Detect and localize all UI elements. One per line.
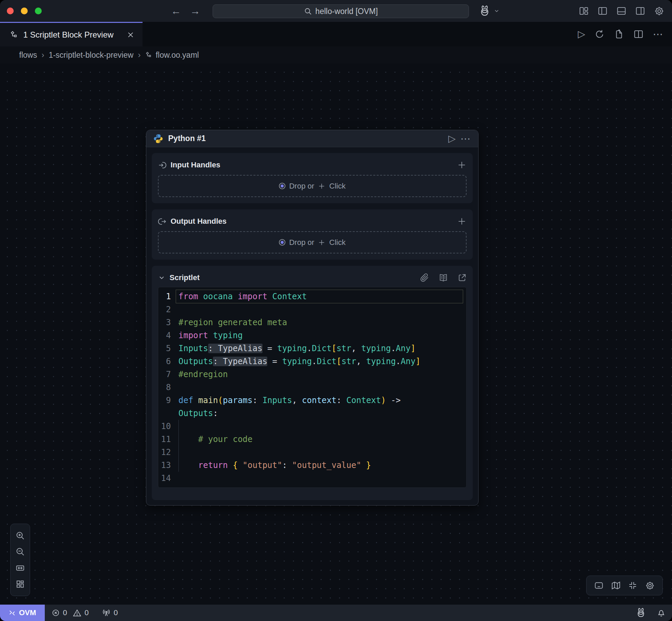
line-number: 4 bbox=[158, 329, 176, 342]
toggle-sidebar-right-icon[interactable] bbox=[635, 6, 645, 16]
node-python-1[interactable]: Python #1 ▷ ⋯ Input Handles bbox=[146, 130, 479, 506]
canvas-view-toolbar bbox=[586, 576, 663, 595]
minimap-icon[interactable] bbox=[611, 581, 621, 590]
back-arrow-icon[interactable]: ← bbox=[171, 5, 181, 17]
line-number bbox=[158, 407, 176, 420]
code-line[interactable]: 6Outputs: TypeAlias = typing.Dict[str, t… bbox=[158, 355, 466, 368]
tab-scriptlet-block-preview[interactable]: 1 Scriptlet Block Preview bbox=[0, 22, 143, 46]
line-number: 3 bbox=[158, 316, 176, 329]
output-dropzone[interactable]: Drop or Click bbox=[158, 231, 467, 253]
maximize-window-button[interactable] bbox=[35, 8, 42, 14]
canvas-zoom-toolbar bbox=[10, 524, 30, 596]
code-line[interactable]: 9def main(params: Inputs, context: Conte… bbox=[158, 394, 466, 407]
code-line[interactable]: 14 bbox=[158, 472, 466, 485]
docs-book-icon[interactable] bbox=[439, 273, 448, 282]
flow-canvas[interactable]: Python #1 ▷ ⋯ Input Handles bbox=[0, 64, 672, 605]
node-more-icon[interactable]: ⋯ bbox=[460, 134, 471, 144]
notifications-bell-icon[interactable] bbox=[657, 608, 666, 618]
run-node-icon[interactable]: ▷ bbox=[448, 134, 456, 143]
remote-indicator[interactable]: OVM bbox=[0, 605, 45, 621]
rabbit-logo-icon bbox=[479, 5, 491, 17]
command-center-search[interactable]: hello-world [OVM] bbox=[213, 4, 469, 18]
input-dropzone[interactable]: Drop or Click bbox=[158, 175, 467, 197]
plus-icon bbox=[318, 239, 325, 246]
line-number: 14 bbox=[158, 472, 176, 485]
open-external-icon[interactable] bbox=[458, 273, 467, 282]
zoom-in-icon[interactable] bbox=[15, 531, 25, 540]
open-preview-file-icon[interactable] bbox=[614, 29, 624, 39]
run-flow-icon[interactable]: ▷ bbox=[578, 29, 585, 39]
app-menu[interactable] bbox=[479, 0, 500, 22]
node-title: Python #1 bbox=[168, 134, 443, 143]
breadcrumb: flows › 1-scriptlet-block-preview › flow… bbox=[0, 46, 672, 64]
line-number: 10 bbox=[158, 420, 176, 433]
code-line[interactable]: 10 bbox=[158, 420, 466, 433]
output-handles-label: Output Handles bbox=[171, 217, 227, 226]
line-number: 9 bbox=[158, 394, 176, 407]
problems-indicator[interactable]: 0 0 bbox=[52, 608, 89, 617]
dropzone-text: Drop or bbox=[289, 182, 314, 191]
chevron-down-icon[interactable] bbox=[158, 274, 165, 281]
input-handles-label: Input Handles bbox=[171, 161, 220, 169]
line-number: 13 bbox=[158, 459, 176, 472]
code-line[interactable]: 7#endregion bbox=[158, 368, 466, 381]
flow-icon bbox=[145, 51, 152, 59]
node-header[interactable]: Python #1 ▷ ⋯ bbox=[146, 130, 478, 147]
title-bar: ← → hello-world [OVM] bbox=[0, 0, 672, 22]
screenshot: ← → hello-world [OVM] bbox=[0, 0, 672, 621]
code-line[interactable]: 12 bbox=[158, 446, 466, 459]
code-line[interactable]: 13 return { "output": "output_value" } bbox=[158, 459, 466, 472]
code-editor[interactable]: 1from oocana import Context23#region gen… bbox=[158, 287, 467, 488]
broadcast-tower-icon bbox=[102, 608, 111, 617]
breadcrumb-item-file[interactable]: flow.oo.yaml bbox=[145, 51, 199, 60]
close-icon[interactable] bbox=[127, 31, 134, 39]
layout-grid-icon[interactable] bbox=[15, 579, 25, 589]
add-input-handle-button[interactable] bbox=[457, 160, 467, 170]
code-line[interactable]: 1from oocana import Context bbox=[158, 290, 466, 303]
toggle-sidebar-left-icon[interactable] bbox=[597, 6, 608, 16]
code-line[interactable]: 8 bbox=[158, 381, 466, 394]
zoom-out-icon[interactable] bbox=[15, 547, 25, 556]
input-handles-section: Input Handles Drop or bbox=[152, 153, 473, 203]
code-line[interactable]: 11 # your code bbox=[158, 433, 466, 446]
breadcrumb-separator: › bbox=[41, 50, 44, 60]
forward-arrow-icon[interactable]: → bbox=[190, 5, 200, 17]
code-line[interactable]: 5Inputs: TypeAlias = typing.Dict[str, ty… bbox=[158, 342, 466, 355]
code-line[interactable]: 2 bbox=[158, 303, 466, 316]
window-controls bbox=[7, 8, 42, 14]
dropzone-text: Click bbox=[329, 238, 346, 247]
breadcrumb-file-label: flow.oo.yaml bbox=[156, 51, 199, 60]
remote-icon bbox=[9, 609, 16, 617]
dropzone-text: Drop or bbox=[289, 238, 314, 247]
dropzone-text: Click bbox=[329, 182, 346, 191]
handle-dot-icon bbox=[279, 183, 285, 189]
split-editor-icon[interactable] bbox=[633, 29, 644, 39]
minimize-window-button[interactable] bbox=[21, 8, 28, 14]
breadcrumb-separator: › bbox=[138, 50, 140, 60]
add-output-handle-button[interactable] bbox=[457, 217, 467, 226]
rerun-icon[interactable] bbox=[594, 29, 605, 39]
line-number: 2 bbox=[158, 303, 176, 316]
code-line[interactable]: 4import typing bbox=[158, 329, 466, 342]
customize-layout-icon[interactable] bbox=[579, 6, 589, 16]
toggle-panel-icon[interactable] bbox=[616, 6, 627, 16]
close-window-button[interactable] bbox=[7, 8, 14, 14]
output-handles-section: Output Handles Drop or bbox=[152, 209, 473, 260]
code-line[interactable]: 3#region generated meta bbox=[158, 316, 466, 329]
scriptlet-section: Scriptlet bbox=[152, 266, 473, 500]
line-number: 5 bbox=[158, 342, 176, 355]
line-number: 12 bbox=[158, 446, 176, 459]
attach-icon[interactable] bbox=[420, 273, 429, 282]
breadcrumb-item-flows[interactable]: flows bbox=[19, 51, 37, 60]
settings-gear-icon[interactable] bbox=[654, 6, 664, 16]
rabbit-logo-icon[interactable] bbox=[635, 607, 646, 618]
breadcrumb-item-folder[interactable]: 1-scriptlet-block-preview bbox=[49, 51, 133, 60]
ports-indicator[interactable]: 0 bbox=[102, 608, 118, 617]
settings-gear-icon[interactable] bbox=[645, 581, 655, 591]
more-actions-icon[interactable]: ⋯ bbox=[653, 29, 664, 39]
fit-width-icon[interactable] bbox=[15, 563, 25, 573]
code-line[interactable]: Outputs: bbox=[158, 407, 466, 420]
toggle-panel-bottom-icon[interactable] bbox=[594, 581, 604, 590]
collapse-center-icon[interactable] bbox=[628, 581, 637, 590]
scriptlet-label: Scriptlet bbox=[170, 273, 200, 282]
